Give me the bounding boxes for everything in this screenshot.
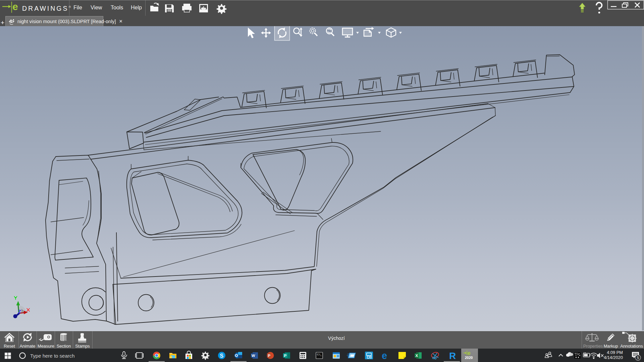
svg-text:e: e: [382, 350, 387, 361]
svg-text:Type here to search: Type here to search: [30, 353, 75, 359]
svg-text:W: W: [252, 354, 255, 358]
svg-text:R: R: [449, 351, 456, 361]
svg-text:2020: 2020: [465, 356, 473, 360]
svg-text:X: X: [416, 354, 418, 358]
svg-text:P: P: [284, 354, 287, 358]
svg-text:P: P: [268, 354, 271, 358]
svg-text:5: 5: [637, 356, 639, 360]
svg-text:C:\_: C:\_: [317, 353, 322, 356]
svg-text:S: S: [220, 353, 224, 359]
